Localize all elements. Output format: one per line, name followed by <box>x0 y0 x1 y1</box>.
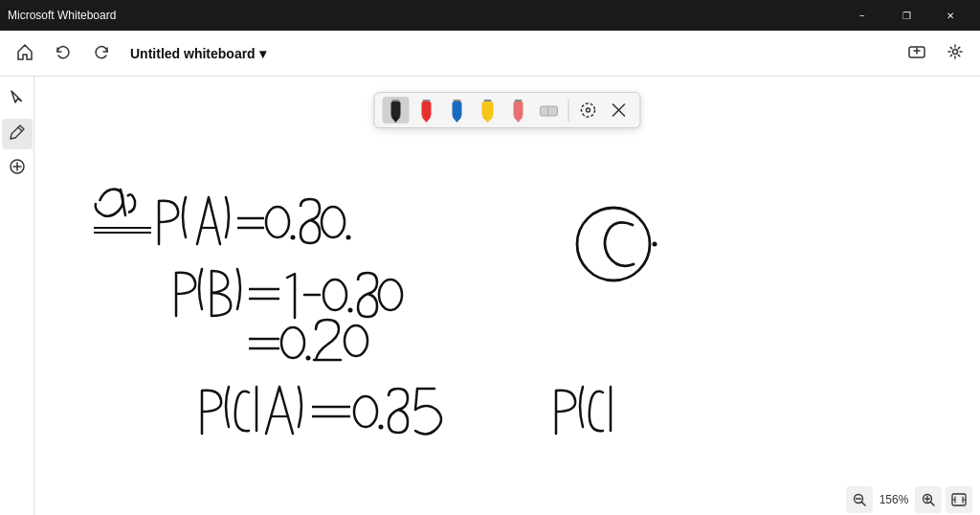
part-a-label <box>94 190 151 233</box>
window-controls: − ❐ ✕ <box>840 0 972 31</box>
settings-icon <box>947 43 964 64</box>
title-bar: Microsoft Whiteboard − ❐ ✕ <box>0 0 980 31</box>
home-icon <box>16 43 33 64</box>
svg-point-29 <box>291 235 296 240</box>
app-title: Microsoft Whiteboard <box>8 9 840 22</box>
svg-point-43 <box>345 325 368 356</box>
svg-line-55 <box>862 503 866 506</box>
svg-point-36 <box>348 308 353 313</box>
add-icon <box>9 158 26 179</box>
settings-button[interactable] <box>938 36 972 71</box>
svg-point-1 <box>953 49 958 54</box>
close-button[interactable]: ✕ <box>928 0 972 31</box>
menu-bar: Untitled whiteboard ▾ <box>0 31 980 77</box>
whiteboard-content <box>34 77 980 515</box>
undo-icon <box>55 43 72 64</box>
share-icon <box>908 43 925 64</box>
svg-point-35 <box>323 280 346 310</box>
svg-point-41 <box>306 356 311 361</box>
svg-point-40 <box>281 327 304 358</box>
svg-point-28 <box>266 207 289 237</box>
canvas-area[interactable]: 156% <box>34 77 980 515</box>
select-tool-button[interactable] <box>2 84 33 115</box>
menu-right <box>900 36 972 71</box>
prob-c-given-partial <box>556 387 611 434</box>
minimize-button[interactable]: − <box>840 0 884 31</box>
svg-point-30 <box>322 207 345 237</box>
fit-to-screen-button[interactable] <box>946 486 972 513</box>
zoom-in-button[interactable] <box>915 486 942 513</box>
prob-a-equation <box>159 197 351 244</box>
svg-point-48 <box>354 396 377 427</box>
dropdown-icon: ▾ <box>259 46 266 61</box>
home-button[interactable] <box>8 36 42 71</box>
svg-point-51 <box>577 208 650 280</box>
equals-0-20 <box>249 320 368 361</box>
zoom-out-button[interactable] <box>846 486 873 513</box>
prob-b-equation <box>176 269 402 318</box>
zoom-level: 156% <box>877 493 911 506</box>
svg-point-31 <box>346 235 351 240</box>
svg-point-49 <box>379 425 384 430</box>
prob-c-given-a <box>202 387 441 435</box>
select-icon <box>9 89 26 110</box>
svg-point-37 <box>379 280 402 310</box>
left-toolbar <box>0 77 34 515</box>
pen-tool-button[interactable] <box>2 119 33 149</box>
share-button[interactable] <box>900 36 934 71</box>
add-button[interactable] <box>2 153 33 184</box>
bottom-bar: 156% <box>789 484 980 515</box>
pen-icon <box>9 123 26 145</box>
undo-button[interactable] <box>46 36 80 71</box>
svg-line-58 <box>931 503 935 506</box>
svg-point-52 <box>653 242 657 247</box>
redo-button[interactable] <box>84 36 119 71</box>
circle-c-symbol <box>577 208 657 280</box>
redo-icon <box>93 43 110 64</box>
restore-button[interactable]: ❐ <box>884 0 928 31</box>
whiteboard-title[interactable]: Untitled whiteboard ▾ <box>122 42 274 65</box>
